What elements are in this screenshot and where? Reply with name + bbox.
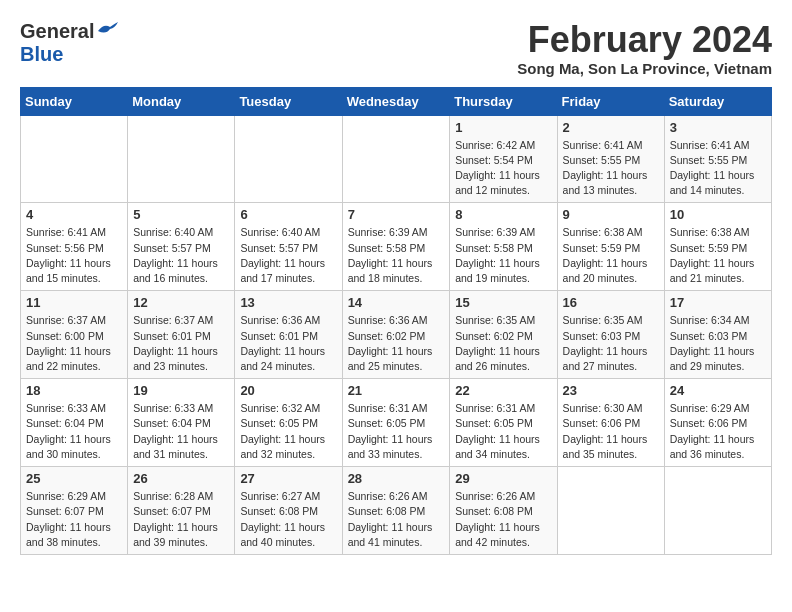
- calendar-cell: 24Sunrise: 6:29 AM Sunset: 6:06 PM Dayli…: [664, 379, 771, 467]
- day-info: Sunrise: 6:34 AM Sunset: 6:03 PM Dayligh…: [670, 313, 766, 374]
- day-number: 10: [670, 207, 766, 222]
- day-info: Sunrise: 6:36 AM Sunset: 6:02 PM Dayligh…: [348, 313, 445, 374]
- day-number: 7: [348, 207, 445, 222]
- calendar-cell: 13Sunrise: 6:36 AM Sunset: 6:01 PM Dayli…: [235, 291, 342, 379]
- weekday-header-sunday: Sunday: [21, 87, 128, 115]
- calendar-cell: 11Sunrise: 6:37 AM Sunset: 6:00 PM Dayli…: [21, 291, 128, 379]
- calendar-cell: 14Sunrise: 6:36 AM Sunset: 6:02 PM Dayli…: [342, 291, 450, 379]
- day-number: 16: [563, 295, 659, 310]
- weekday-header-monday: Monday: [128, 87, 235, 115]
- header: General Blue February 2024 Song Ma, Son …: [20, 20, 772, 77]
- day-number: 28: [348, 471, 445, 486]
- calendar-cell: 5Sunrise: 6:40 AM Sunset: 5:57 PM Daylig…: [128, 203, 235, 291]
- day-info: Sunrise: 6:29 AM Sunset: 6:06 PM Dayligh…: [670, 401, 766, 462]
- day-info: Sunrise: 6:39 AM Sunset: 5:58 PM Dayligh…: [455, 225, 551, 286]
- day-number: 2: [563, 120, 659, 135]
- weekday-header-thursday: Thursday: [450, 87, 557, 115]
- day-number: 19: [133, 383, 229, 398]
- calendar-cell: 19Sunrise: 6:33 AM Sunset: 6:04 PM Dayli…: [128, 379, 235, 467]
- calendar-title: February 2024: [517, 20, 772, 60]
- day-info: Sunrise: 6:35 AM Sunset: 6:03 PM Dayligh…: [563, 313, 659, 374]
- day-number: 6: [240, 207, 336, 222]
- weekday-header-saturday: Saturday: [664, 87, 771, 115]
- weekday-row: SundayMondayTuesdayWednesdayThursdayFrid…: [21, 87, 772, 115]
- calendar-cell: 26Sunrise: 6:28 AM Sunset: 6:07 PM Dayli…: [128, 467, 235, 555]
- day-number: 26: [133, 471, 229, 486]
- calendar-week-5: 25Sunrise: 6:29 AM Sunset: 6:07 PM Dayli…: [21, 467, 772, 555]
- weekday-header-tuesday: Tuesday: [235, 87, 342, 115]
- day-number: 18: [26, 383, 122, 398]
- day-info: Sunrise: 6:40 AM Sunset: 5:57 PM Dayligh…: [133, 225, 229, 286]
- calendar-cell: 6Sunrise: 6:40 AM Sunset: 5:57 PM Daylig…: [235, 203, 342, 291]
- day-number: 12: [133, 295, 229, 310]
- logo-general-text: General: [20, 20, 94, 43]
- day-info: Sunrise: 6:27 AM Sunset: 6:08 PM Dayligh…: [240, 489, 336, 550]
- day-number: 14: [348, 295, 445, 310]
- day-info: Sunrise: 6:41 AM Sunset: 5:56 PM Dayligh…: [26, 225, 122, 286]
- calendar-header: SundayMondayTuesdayWednesdayThursdayFrid…: [21, 87, 772, 115]
- day-info: Sunrise: 6:30 AM Sunset: 6:06 PM Dayligh…: [563, 401, 659, 462]
- calendar-cell: 29Sunrise: 6:26 AM Sunset: 6:08 PM Dayli…: [450, 467, 557, 555]
- day-info: Sunrise: 6:40 AM Sunset: 5:57 PM Dayligh…: [240, 225, 336, 286]
- calendar-cell: [21, 115, 128, 203]
- title-area: February 2024 Song Ma, Son La Province, …: [517, 20, 772, 77]
- day-info: Sunrise: 6:28 AM Sunset: 6:07 PM Dayligh…: [133, 489, 229, 550]
- calendar-week-4: 18Sunrise: 6:33 AM Sunset: 6:04 PM Dayli…: [21, 379, 772, 467]
- day-info: Sunrise: 6:35 AM Sunset: 6:02 PM Dayligh…: [455, 313, 551, 374]
- day-number: 22: [455, 383, 551, 398]
- calendar-cell: [664, 467, 771, 555]
- day-info: Sunrise: 6:42 AM Sunset: 5:54 PM Dayligh…: [455, 138, 551, 199]
- day-number: 3: [670, 120, 766, 135]
- calendar-cell: [342, 115, 450, 203]
- calendar-table: SundayMondayTuesdayWednesdayThursdayFrid…: [20, 87, 772, 555]
- weekday-header-wednesday: Wednesday: [342, 87, 450, 115]
- day-number: 9: [563, 207, 659, 222]
- calendar-cell: 17Sunrise: 6:34 AM Sunset: 6:03 PM Dayli…: [664, 291, 771, 379]
- day-info: Sunrise: 6:39 AM Sunset: 5:58 PM Dayligh…: [348, 225, 445, 286]
- day-info: Sunrise: 6:41 AM Sunset: 5:55 PM Dayligh…: [670, 138, 766, 199]
- calendar-cell: 15Sunrise: 6:35 AM Sunset: 6:02 PM Dayli…: [450, 291, 557, 379]
- day-number: 25: [26, 471, 122, 486]
- day-number: 20: [240, 383, 336, 398]
- day-number: 5: [133, 207, 229, 222]
- calendar-cell: 9Sunrise: 6:38 AM Sunset: 5:59 PM Daylig…: [557, 203, 664, 291]
- day-info: Sunrise: 6:33 AM Sunset: 6:04 PM Dayligh…: [133, 401, 229, 462]
- calendar-cell: [235, 115, 342, 203]
- day-info: Sunrise: 6:38 AM Sunset: 5:59 PM Dayligh…: [563, 225, 659, 286]
- calendar-week-1: 1Sunrise: 6:42 AM Sunset: 5:54 PM Daylig…: [21, 115, 772, 203]
- calendar-cell: 18Sunrise: 6:33 AM Sunset: 6:04 PM Dayli…: [21, 379, 128, 467]
- day-info: Sunrise: 6:31 AM Sunset: 6:05 PM Dayligh…: [348, 401, 445, 462]
- calendar-body: 1Sunrise: 6:42 AM Sunset: 5:54 PM Daylig…: [21, 115, 772, 554]
- calendar-cell: 10Sunrise: 6:38 AM Sunset: 5:59 PM Dayli…: [664, 203, 771, 291]
- calendar-cell: 21Sunrise: 6:31 AM Sunset: 6:05 PM Dayli…: [342, 379, 450, 467]
- day-number: 4: [26, 207, 122, 222]
- calendar-cell: 1Sunrise: 6:42 AM Sunset: 5:54 PM Daylig…: [450, 115, 557, 203]
- calendar-cell: 4Sunrise: 6:41 AM Sunset: 5:56 PM Daylig…: [21, 203, 128, 291]
- calendar-cell: 16Sunrise: 6:35 AM Sunset: 6:03 PM Dayli…: [557, 291, 664, 379]
- day-number: 17: [670, 295, 766, 310]
- calendar-cell: 20Sunrise: 6:32 AM Sunset: 6:05 PM Dayli…: [235, 379, 342, 467]
- day-info: Sunrise: 6:37 AM Sunset: 6:00 PM Dayligh…: [26, 313, 122, 374]
- day-info: Sunrise: 6:33 AM Sunset: 6:04 PM Dayligh…: [26, 401, 122, 462]
- weekday-header-friday: Friday: [557, 87, 664, 115]
- calendar-week-3: 11Sunrise: 6:37 AM Sunset: 6:00 PM Dayli…: [21, 291, 772, 379]
- calendar-cell: 3Sunrise: 6:41 AM Sunset: 5:55 PM Daylig…: [664, 115, 771, 203]
- day-info: Sunrise: 6:31 AM Sunset: 6:05 PM Dayligh…: [455, 401, 551, 462]
- day-number: 21: [348, 383, 445, 398]
- day-info: Sunrise: 6:38 AM Sunset: 5:59 PM Dayligh…: [670, 225, 766, 286]
- calendar-cell: 2Sunrise: 6:41 AM Sunset: 5:55 PM Daylig…: [557, 115, 664, 203]
- day-number: 23: [563, 383, 659, 398]
- calendar-cell: 28Sunrise: 6:26 AM Sunset: 6:08 PM Dayli…: [342, 467, 450, 555]
- calendar-week-2: 4Sunrise: 6:41 AM Sunset: 5:56 PM Daylig…: [21, 203, 772, 291]
- day-number: 1: [455, 120, 551, 135]
- day-info: Sunrise: 6:26 AM Sunset: 6:08 PM Dayligh…: [455, 489, 551, 550]
- logo-bird-icon: [96, 21, 118, 39]
- calendar-cell: [128, 115, 235, 203]
- calendar-cell: 25Sunrise: 6:29 AM Sunset: 6:07 PM Dayli…: [21, 467, 128, 555]
- day-number: 8: [455, 207, 551, 222]
- day-number: 11: [26, 295, 122, 310]
- calendar-cell: 7Sunrise: 6:39 AM Sunset: 5:58 PM Daylig…: [342, 203, 450, 291]
- day-info: Sunrise: 6:26 AM Sunset: 6:08 PM Dayligh…: [348, 489, 445, 550]
- logo-blue-text: Blue: [20, 43, 63, 66]
- day-number: 13: [240, 295, 336, 310]
